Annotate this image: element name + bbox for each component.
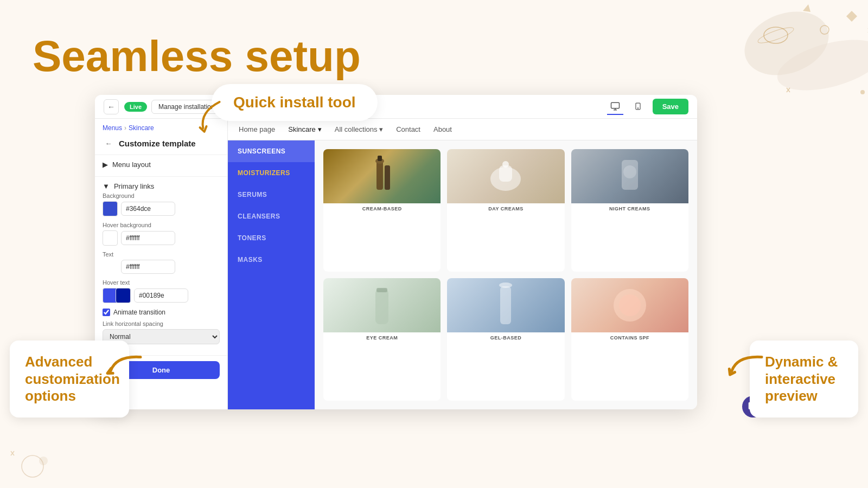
product-label-contains-spf: CONTAINS SPF bbox=[607, 332, 653, 343]
product-label-night-creams: NIGHT CREAMS bbox=[606, 203, 654, 214]
browser-window: ← Live Manage installation Save Menus › bbox=[95, 95, 697, 409]
dynamic-interactive-arrow bbox=[718, 345, 768, 391]
hover-bg-input[interactable] bbox=[121, 231, 175, 245]
bg-color-swatch[interactable] bbox=[103, 201, 118, 216]
breadcrumb-separator: › bbox=[124, 124, 126, 132]
live-badge: Live bbox=[124, 102, 147, 112]
nav-all-collections[interactable]: All collections ▾ bbox=[335, 125, 383, 133]
svg-rect-8 bbox=[611, 102, 619, 108]
nav-collections-chevron: ▾ bbox=[379, 125, 383, 133]
topbar-icons bbox=[607, 99, 646, 115]
text-color-input[interactable] bbox=[121, 260, 175, 274]
product-img-gel-based bbox=[447, 278, 564, 332]
svg-rect-11 bbox=[376, 160, 383, 190]
product-label-gel-based: GEL-BASED bbox=[487, 332, 525, 343]
nav-skincare-chevron: ▾ bbox=[318, 125, 322, 133]
menu-item-sunscreens[interactable]: SUNSCREENS bbox=[228, 140, 315, 162]
svg-point-5 bbox=[860, 90, 865, 94]
hover-text-swatch-2[interactable] bbox=[116, 288, 131, 303]
menu-item-cleansers[interactable]: CLEANSERS bbox=[228, 206, 315, 227]
product-img-contains-spf bbox=[571, 278, 688, 332]
browser-topbar: ← Live Manage installation Save bbox=[95, 95, 697, 119]
svg-point-10 bbox=[637, 107, 638, 108]
product-card-gel-based[interactable]: GEL-BASED bbox=[447, 278, 564, 401]
nav-skincare[interactable]: Skincare ▾ bbox=[288, 125, 322, 133]
product-card-day-creams[interactable]: DAY CREAMS bbox=[447, 149, 564, 272]
svg-rect-14 bbox=[378, 156, 382, 161]
browser-back-button[interactable]: ← bbox=[104, 99, 119, 114]
svg-point-23 bbox=[499, 282, 512, 288]
svg-point-17 bbox=[502, 161, 509, 168]
svg-rect-20 bbox=[375, 289, 388, 324]
background-group: Background bbox=[103, 192, 220, 216]
nav-about[interactable]: About bbox=[433, 125, 452, 133]
dynamic-interactive-text: Dynamic & interactive preview bbox=[765, 354, 843, 404]
primary-links-section: ▼ Primary links Background Hover backgro… bbox=[95, 177, 227, 356]
hover-bg-group: Hover background bbox=[103, 222, 220, 246]
svg-rect-12 bbox=[385, 165, 390, 190]
product-img-night-creams bbox=[571, 149, 688, 203]
bg-color-input[interactable] bbox=[121, 202, 175, 216]
nav-home[interactable]: Home page bbox=[239, 125, 275, 133]
product-card-night-creams[interactable]: NIGHT CREAMS bbox=[571, 149, 688, 272]
menu-item-toners[interactable]: TONERS bbox=[228, 227, 315, 249]
mega-menu-container: SUNSCREENS MOISTURIZERS SERUMS CLEANSERS… bbox=[228, 140, 697, 409]
skincare-nav: Home page Skincare ▾ All collections ▾ C… bbox=[228, 119, 697, 140]
product-card-eye-cream[interactable]: EYE CREAM bbox=[323, 278, 441, 401]
advanced-customization-arrow bbox=[97, 345, 146, 391]
svg-point-3 bbox=[764, 27, 788, 43]
svg-point-25 bbox=[619, 294, 641, 316]
svg-rect-22 bbox=[500, 286, 511, 324]
mobile-icon[interactable] bbox=[630, 99, 646, 115]
product-label-eye-cream: EYE CREAM bbox=[363, 332, 401, 343]
product-img-day-creams bbox=[447, 149, 564, 203]
menu-item-serums[interactable]: SERUMS bbox=[228, 184, 315, 206]
hover-bg-color-row bbox=[103, 230, 220, 246]
svg-point-0 bbox=[736, 1, 838, 86]
text-color-row bbox=[103, 260, 220, 274]
animate-transition-checkbox[interactable] bbox=[103, 309, 110, 316]
primary-links-header[interactable]: ▼ Primary links bbox=[103, 182, 220, 190]
main-heading: Seamless setup bbox=[33, 33, 361, 80]
hover-text-label: Hover text bbox=[103, 279, 220, 286]
browser-body: Menus › Skincare ← Customize template ▶ … bbox=[95, 119, 697, 409]
menu-layout-section: ▶ Menu layout bbox=[95, 155, 227, 177]
bg-label: Background bbox=[103, 192, 220, 199]
main-content: Home page Skincare ▾ All collections ▾ C… bbox=[228, 119, 697, 409]
link-spacing-label: Link horizontal spacing bbox=[103, 320, 220, 327]
sidebar-title: Customize template bbox=[119, 139, 196, 148]
quick-install-label: Quick install tool bbox=[233, 94, 356, 111]
product-card-contains-spf[interactable]: CONTAINS SPF bbox=[571, 278, 688, 401]
svg-point-2 bbox=[820, 25, 829, 34]
menu-layout-arrow: ▶ bbox=[103, 160, 108, 169]
products-grid: CREAM-BASED DAY CREAMS bbox=[315, 140, 697, 409]
svg-rect-21 bbox=[376, 288, 387, 292]
bg-color-row bbox=[103, 201, 220, 216]
text-color-group: Text bbox=[103, 251, 220, 274]
menu-sidebar: SUNSCREENS MOISTURIZERS SERUMS CLEANSERS… bbox=[228, 140, 315, 409]
animate-transition-label: Animate transition bbox=[113, 309, 165, 316]
desktop-icon[interactable] bbox=[607, 99, 623, 115]
svg-point-4 bbox=[756, 25, 795, 46]
breadcrumb-current[interactable]: Skincare bbox=[129, 124, 154, 132]
save-button[interactable]: Save bbox=[653, 99, 688, 114]
product-card-cream-based[interactable]: CREAM-BASED bbox=[323, 149, 441, 272]
nav-contact[interactable]: Contact bbox=[396, 125, 420, 133]
animate-transition-row: Animate transition bbox=[103, 309, 220, 316]
svg-point-6 bbox=[22, 455, 43, 477]
hover-text-input[interactable] bbox=[134, 288, 188, 303]
sidebar-back-button[interactable]: ← bbox=[103, 137, 114, 149]
menu-item-masks[interactable]: MASKS bbox=[228, 249, 315, 271]
hover-bg-label: Hover background bbox=[103, 222, 220, 228]
menu-layout-header[interactable]: ▶ Menu layout bbox=[103, 160, 220, 169]
menu-item-moisturizers[interactable]: MOISTURIZERS bbox=[228, 162, 315, 184]
product-img-eye-cream bbox=[323, 278, 441, 332]
product-label-day-creams: DAY CREAMS bbox=[485, 203, 527, 214]
product-label-cream-based: CREAM-BASED bbox=[359, 203, 405, 214]
primary-links-arrow: ▼ bbox=[103, 182, 110, 190]
svg-point-7 bbox=[39, 457, 48, 465]
hover-bg-swatch[interactable] bbox=[103, 230, 118, 246]
menu-layout-label: Menu layout bbox=[112, 160, 151, 169]
breadcrumb-parent[interactable]: Menus bbox=[103, 124, 122, 132]
svg-point-19 bbox=[623, 165, 636, 178]
